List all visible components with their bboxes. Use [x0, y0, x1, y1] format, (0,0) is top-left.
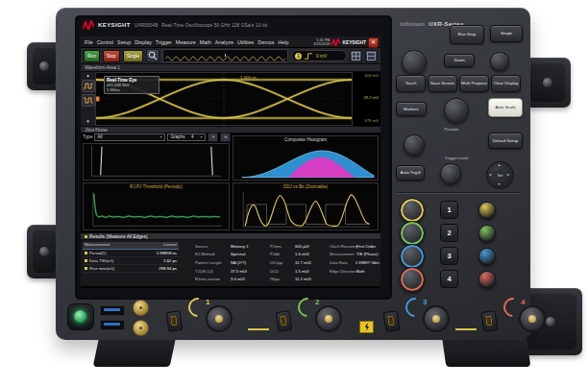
channel-2-offset-knob[interactable] — [478, 225, 496, 242]
menu-setup[interactable]: Setup — [117, 39, 131, 45]
channel-2-scale-knob[interactable] — [400, 221, 425, 246]
real-time-eye-panel[interactable]: Real-Time Eye 491,636 NUI 1 Wfms 1.000 n… — [95, 72, 353, 126]
default-setup-button[interactable]: Default Setup — [488, 133, 523, 149]
auto-scale-button[interactable]: Auto Scale — [488, 98, 523, 117]
dpad-right-icon[interactable]: ▸ — [507, 172, 509, 177]
horizontal-delay-knob[interactable] — [490, 52, 509, 71]
results-header-bar[interactable]: Results (Measure All Edges) — [81, 232, 380, 240]
channel-4-probe-connector[interactable] — [481, 310, 499, 332]
horizontal-scale-knob[interactable] — [402, 50, 427, 75]
layout-grid-button[interactable] — [350, 50, 362, 62]
dpad-up-icon[interactable]: ▴ — [499, 162, 501, 167]
channel-3-button[interactable]: 3 — [440, 247, 458, 265]
grid-icon — [352, 52, 360, 60]
channel-3-offset-knob[interactable] — [478, 248, 496, 265]
usb-port-2[interactable] — [100, 320, 125, 330]
composite-histogram-chart — [234, 146, 377, 179]
run-button[interactable]: Run — [84, 50, 100, 62]
oscilloscope-product-photo: KEYSIGHT UXR0504B Real-Time Oscilloscope… — [0, 0, 588, 387]
menu-measure[interactable]: Measure — [176, 39, 196, 45]
channel-4-input-connector[interactable] — [519, 305, 546, 332]
preview-waveform — [163, 54, 287, 63]
channel-1-offset-knob[interactable] — [478, 202, 496, 219]
results-header: Results (Measure All Edges) — [89, 234, 148, 239]
markers-button[interactable]: Markers — [396, 102, 427, 116]
scroll-down-icon[interactable]: ▼ — [86, 119, 89, 124]
menu-trigger[interactable]: Trigger — [156, 39, 172, 45]
auto-trigd-button[interactable]: Auto Trig'd — [396, 165, 425, 181]
row-marker — [85, 252, 87, 254]
waveform-thumb-1[interactable] — [82, 80, 95, 92]
menu-control[interactable]: Control — [97, 39, 113, 45]
channel-3-probe-connector[interactable] — [383, 310, 401, 332]
multi-purpose-button[interactable]: Multi Purpose — [459, 75, 489, 92]
dpad-left-icon[interactable]: ◂ — [489, 172, 491, 177]
type-dropdown[interactable]: All▼ — [94, 133, 165, 141]
menu-analyze[interactable]: Analyze — [215, 39, 233, 45]
channel-3-input-connector[interactable] — [423, 305, 450, 332]
graph-option-button[interactable]: ▼ — [208, 133, 218, 142]
channel-2-button[interactable]: 2 — [440, 224, 458, 242]
channel-2-probe-connector[interactable] — [276, 310, 293, 332]
menu-file[interactable]: File — [85, 39, 93, 45]
scroll-up-icon[interactable]: ▲ — [86, 73, 89, 78]
menu-display[interactable]: Display — [135, 39, 152, 45]
waveform-thumb-2[interactable] — [82, 94, 95, 107]
menu-bar: File Control Setup Display Trigger Measu… — [81, 36, 380, 48]
scale-mid: 29.2 mV — [363, 95, 379, 100]
layout-split-button[interactable] — [365, 50, 378, 62]
menu-utilities[interactable]: Utilities — [237, 39, 254, 45]
power-button[interactable] — [67, 303, 94, 330]
entry-knob[interactable] — [444, 98, 469, 123]
single-button[interactable]: Single — [490, 25, 523, 42]
table-row[interactable]: Rise time(w1)298.94 ps — [83, 265, 179, 273]
acquisition-preview-strip[interactable] — [162, 49, 288, 62]
cal-out-connector[interactable] — [133, 300, 149, 316]
set-dpad[interactable]: ▴ ▾ ◂ ▸ Set — [486, 161, 514, 189]
channel-1-input-connector[interactable] — [206, 305, 233, 332]
time-marker-label: 1.000 ns — [240, 75, 257, 80]
touch-button[interactable]: Touch — [396, 75, 426, 92]
channel-1-probe-connector[interactable] — [166, 310, 184, 332]
aux-out-connector[interactable] — [133, 320, 149, 336]
table-row[interactable]: Data TIE(w1)1.62 ps — [83, 257, 179, 265]
tie-histogram-panel[interactable] — [83, 143, 230, 181]
ddj-chart — [233, 190, 378, 230]
divider — [398, 192, 521, 193]
clear-display-button[interactable]: Clear Display — [491, 75, 521, 92]
menu-help[interactable]: Help — [278, 39, 288, 45]
graph-layout-button[interactable]: ⊞ — [220, 133, 231, 142]
table-row[interactable]: Period(1)1.99858 ns — [83, 250, 179, 257]
vertical-scale-labels: 403 mV 29.2 mV -375 mV — [354, 72, 380, 126]
graphs-dropdown[interactable]: Graphs 4 ▼ — [167, 133, 206, 141]
rjpj-threshold-panel[interactable]: RJ,PJ Threshold (Periodic) — [83, 182, 230, 230]
zoom-tool-button[interactable] — [146, 49, 159, 62]
zoom-button[interactable]: Zoom — [444, 54, 475, 67]
menu-math[interactable]: Math — [200, 39, 211, 45]
usb-port-1[interactable] — [100, 305, 125, 316]
channel-4-scale-knob[interactable] — [400, 267, 425, 292]
oscilloscope-screen: File Control Setup Display Trigger Measu… — [81, 36, 380, 288]
menu-demos[interactable]: Demos — [257, 39, 274, 45]
ddj-vs-bit-panel[interactable]: DDJ vs Bit (Zoomable) — [233, 182, 379, 230]
close-icon[interactable]: ✕ — [368, 37, 379, 48]
channel-4-offset-knob[interactable] — [478, 271, 496, 288]
dpad-down-icon[interactable]: ▾ — [499, 181, 501, 186]
channel-1-button[interactable]: 1 — [440, 201, 458, 219]
channel-4-button[interactable]: 4 — [440, 270, 458, 288]
single-button[interactable]: Single — [123, 50, 143, 62]
bezel-model-desc: Real-Time Oscilloscope 50 GHz 128 GSa/s … — [161, 23, 267, 28]
channel-2-input-connector[interactable] — [315, 305, 342, 332]
rjpj-title: RJ,PJ Threshold (Periodic) — [84, 184, 229, 189]
composite-histogram-panel[interactable]: Composite Histogram — [233, 135, 379, 181]
stop-button[interactable]: Stop — [103, 50, 120, 62]
save-screen-button[interactable]: Save Screen — [428, 75, 457, 92]
trigger-status[interactable]: 1 0 mV — [291, 50, 347, 61]
trigger-level-knob[interactable] — [440, 163, 461, 184]
channel-3-scale-knob[interactable] — [400, 244, 425, 269]
set-button[interactable]: Set — [494, 169, 506, 181]
position-knob[interactable] — [404, 134, 425, 156]
channel-1-scale-knob[interactable] — [400, 198, 425, 223]
square-wave-icon — [83, 96, 93, 105]
run-stop-button[interactable]: Run Stop — [450, 25, 484, 44]
